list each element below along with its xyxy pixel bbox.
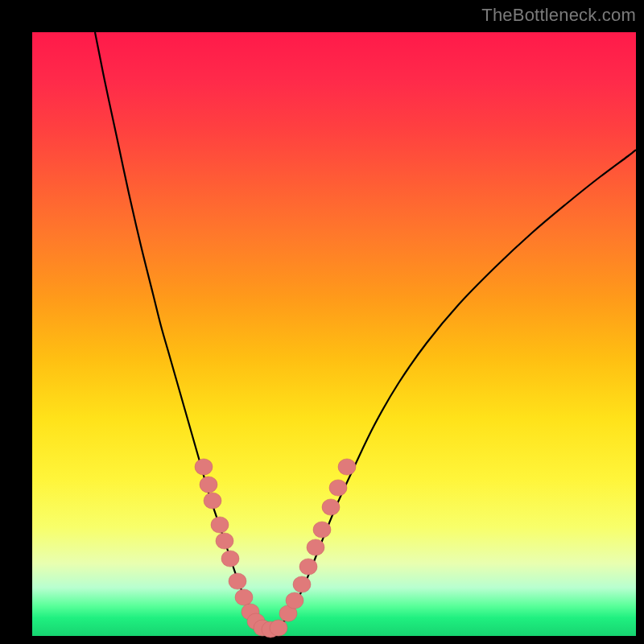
plot-area [32, 32, 636, 636]
bead-point [204, 493, 221, 509]
left-curve [95, 32, 266, 630]
bead-point [229, 573, 246, 589]
bead-point [216, 533, 233, 549]
bead-point [338, 459, 356, 475]
curve-layer [32, 32, 636, 636]
right-curve [274, 150, 636, 630]
bead-point [211, 517, 229, 533]
bead-point [286, 592, 303, 609]
data-beads [195, 459, 356, 638]
bead-point [235, 589, 253, 605]
chart-frame: TheBottleneck.com [0, 0, 644, 644]
bead-point [322, 499, 340, 515]
bead-point [307, 539, 324, 555]
bead-point [313, 522, 331, 538]
bead-point [299, 559, 317, 575]
bead-point [195, 459, 213, 475]
bead-point [293, 576, 311, 592]
bead-point [221, 551, 239, 567]
bead-point [329, 480, 347, 496]
bead-point [270, 620, 287, 636]
bead-point [200, 477, 217, 493]
watermark-label: TheBottleneck.com [481, 5, 636, 26]
